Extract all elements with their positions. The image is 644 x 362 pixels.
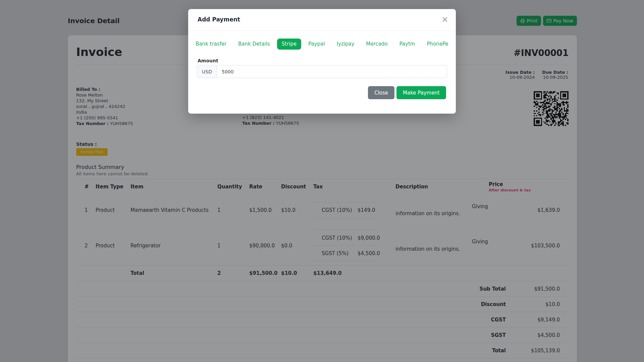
make-payment-button[interactable]: Make Payment <box>396 86 446 99</box>
amount-label: Amount <box>198 58 456 63</box>
add-payment-modal: Add Payment × Bank trasfer Bank Details … <box>188 9 456 114</box>
modal-title: Add Payment <box>198 16 240 23</box>
tab-iyzipay[interactable]: Iyzipay <box>332 39 359 50</box>
tab-mercado[interactable]: Mercado <box>362 39 392 50</box>
currency-prefix: USD <box>197 65 217 78</box>
close-button[interactable]: Close <box>368 86 394 99</box>
payment-method-tabs: Bank trasfer Bank Details Stripe Paypal … <box>188 39 456 50</box>
tab-paytm[interactable]: Paytm <box>395 39 420 50</box>
amount-input[interactable] <box>217 65 447 78</box>
modal-header: Add Payment × <box>188 9 456 31</box>
close-icon[interactable]: × <box>441 13 448 25</box>
tab-phonepe[interactable]: PhonePe <box>422 39 453 50</box>
tab-bank-transfer[interactable]: Bank trasfer <box>191 39 231 50</box>
amount-input-group: USD <box>197 65 447 78</box>
tab-paypal[interactable]: Paypal <box>304 39 329 50</box>
tab-stripe[interactable]: Stripe <box>277 39 302 50</box>
tab-bank-details[interactable]: Bank Details <box>233 39 274 50</box>
modal-footer: Close Make Payment <box>188 86 446 99</box>
